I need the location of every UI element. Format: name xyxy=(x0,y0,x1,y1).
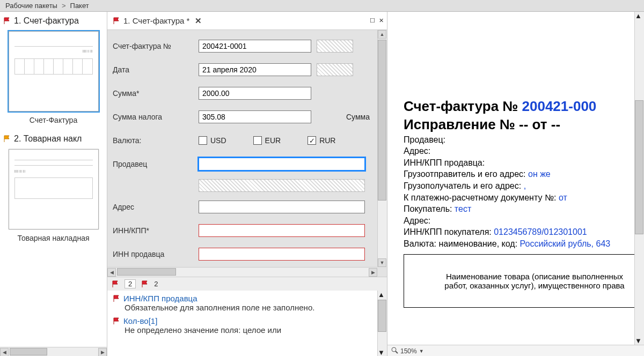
tabbar: 1. Счет-фактура * ✕ ☐ ✕ xyxy=(107,12,387,30)
editor-panel: 1. Счет-фактура * ✕ ☐ ✕ Счет-фактура № Д… xyxy=(107,12,387,356)
preview-line: Грузоотправитель и его адрес: он же xyxy=(404,168,644,180)
region-marker[interactable] xyxy=(317,40,353,53)
sidebar-hscroll[interactable]: ◀ ▶ xyxy=(0,347,107,356)
zoom-dropdown-icon[interactable]: ▼ xyxy=(419,348,424,354)
checkbox-icon xyxy=(199,136,207,145)
breadcrumb-current[interactable]: Пакет xyxy=(70,2,89,10)
tab-title: 1. Счет-фактура * xyxy=(123,16,189,25)
input-sum[interactable] xyxy=(199,87,311,100)
form-hscroll[interactable]: ◀ ▶ xyxy=(107,267,377,277)
preview-line: Адрес: xyxy=(404,215,644,227)
label-date: Дата xyxy=(113,65,199,74)
form-vscroll[interactable]: ▲ ▼ xyxy=(377,30,387,267)
sidebar-item-title: 2. Товарная накл xyxy=(14,134,82,144)
zoom-bar: 150% ▼ xyxy=(387,345,644,356)
input-address[interactable] xyxy=(199,201,365,213)
maximize-icon[interactable]: ☐ xyxy=(369,17,376,25)
preview-heading-label: Счет-фактура № xyxy=(404,98,522,114)
preview-heading-value: 200421-000 xyxy=(522,98,597,114)
label-currency: Валюта: xyxy=(113,136,199,145)
sidebar-item-waybill[interactable]: 2. Товарная накл xyxy=(0,130,107,147)
zoom-value[interactable]: 150% xyxy=(400,347,417,355)
thumbnail-waybill[interactable]: ||||| ||| ||| xyxy=(9,149,99,229)
preview-line: Грузополучатель и его адрес: , xyxy=(404,180,644,192)
breadcrumb-sep: > xyxy=(62,2,66,10)
issues-header: 2 2 xyxy=(107,277,387,291)
issue-desc: Обязательное для заполнения поле не запо… xyxy=(113,303,382,312)
input-tax[interactable] xyxy=(199,110,311,123)
preview-subheading: Исправление № -- от -- xyxy=(404,116,644,134)
scroll-right-icon[interactable]: ▶ xyxy=(369,268,377,277)
preview-line: ИНН/КПП продавца: xyxy=(404,157,644,169)
magnifier-icon[interactable] xyxy=(391,346,398,355)
flag-icon xyxy=(141,280,149,288)
issue-item[interactable]: Кол-во[1] Не определено значение поля: ц… xyxy=(107,315,387,338)
preview-vscroll[interactable]: ▲ ▼ xyxy=(634,12,644,345)
preview-table-header: Наименование товара (описание выполненны… xyxy=(404,254,644,308)
input-invoice-no[interactable] xyxy=(199,40,311,53)
flag-icon xyxy=(3,17,11,25)
preview-line: Валюта: наименование, код: Российский ру… xyxy=(404,238,644,250)
scroll-thumb[interactable] xyxy=(378,40,386,201)
issue-desc: Не определено значение поля: целое или xyxy=(113,325,382,335)
thumbnail-caption: Товарная накладная xyxy=(0,232,107,248)
preview-viewport[interactable]: Счет-фактура № 200421-000 Исправление № … xyxy=(387,12,644,345)
scroll-thumb[interactable] xyxy=(378,300,386,332)
scroll-thumb[interactable] xyxy=(635,100,643,234)
scroll-down-icon[interactable]: ▼ xyxy=(378,348,387,356)
svg-point-0 xyxy=(392,347,396,352)
scroll-thumb[interactable] xyxy=(117,268,176,276)
scroll-up-icon[interactable]: ▲ xyxy=(378,30,386,39)
scroll-up-icon[interactable]: ▲ xyxy=(378,291,387,299)
sidebar-item-invoice[interactable]: 1. Счет-фактура xyxy=(0,12,107,29)
close-window-icon[interactable]: ✕ xyxy=(377,17,385,25)
close-icon[interactable]: ✕ xyxy=(193,16,204,26)
label-inn-seller: ИНН продавца xyxy=(113,250,199,258)
checkbox-rur[interactable]: RUR xyxy=(308,136,335,145)
region-marker[interactable] xyxy=(199,179,365,192)
label-seller: Продавец xyxy=(113,160,199,168)
region-marker[interactable] xyxy=(317,63,353,76)
preview-panel: Счет-фактура № 200421-000 Исправление № … xyxy=(387,12,644,356)
flag-icon xyxy=(3,135,11,143)
thumbnail-caption: Счет-Фактура xyxy=(0,114,107,130)
scroll-left-icon[interactable]: ◀ xyxy=(107,268,116,277)
flag-icon xyxy=(112,280,119,288)
preview-line: Адрес: xyxy=(404,145,644,157)
flag-icon xyxy=(113,317,120,325)
preview-line: Продавец: xyxy=(404,134,644,146)
sidebar: 1. Счет-фактура ||||| || ||| Счет-Фактур… xyxy=(0,12,107,356)
preview-line: ИНН/КПП покупателя: 0123456789/012301001 xyxy=(404,226,644,238)
tab-invoice[interactable]: 1. Счет-фактура * ✕ xyxy=(107,13,209,29)
input-inn-seller[interactable] xyxy=(199,248,365,261)
breadcrumb: Рабочие пакеты > Пакет xyxy=(0,0,644,12)
label-invoice-no: Счет-фактура № xyxy=(113,42,199,50)
scroll-thumb[interactable] xyxy=(10,348,47,355)
scroll-down-icon[interactable]: ▼ xyxy=(635,337,644,345)
checkbox-icon xyxy=(308,136,316,145)
checkbox-usd[interactable]: USD xyxy=(199,136,226,145)
label-innkpp: ИНН/КПП* xyxy=(113,226,199,235)
thumbnail-invoice[interactable]: ||||| || ||| xyxy=(9,31,99,112)
issues-count-red[interactable]: 2 xyxy=(125,279,136,288)
scroll-left-icon[interactable]: ◀ xyxy=(0,348,9,357)
flag-icon xyxy=(113,295,120,302)
checkbox-eur[interactable]: EUR xyxy=(253,136,281,145)
scroll-right-icon[interactable]: ▶ xyxy=(98,348,107,357)
label-address: Адрес xyxy=(113,203,199,211)
sidebar-item-title: 1. Счет-фактура xyxy=(14,16,79,26)
checkbox-icon xyxy=(253,136,262,145)
scroll-up-icon[interactable]: ▲ xyxy=(635,12,644,20)
issues-vscroll[interactable]: ▲ ▼ xyxy=(377,291,387,356)
svg-line-1 xyxy=(396,351,398,353)
input-date[interactable] xyxy=(199,63,311,76)
issue-item[interactable]: ИНН/КПП продавца Обязательное для заполн… xyxy=(107,293,387,315)
scroll-down-icon[interactable]: ▼ xyxy=(378,258,386,267)
input-innkpp[interactable] xyxy=(199,224,365,237)
input-seller[interactable] xyxy=(199,158,365,170)
breadcrumb-root[interactable]: Рабочие пакеты xyxy=(5,2,57,10)
issues-list: ИНН/КПП продавца Обязательное для заполн… xyxy=(107,291,387,356)
preview-line: Покупатель: тест xyxy=(404,203,644,215)
form-area: Счет-фактура № Дата Сумма* Сумма налога xyxy=(107,30,387,277)
flag-icon xyxy=(113,17,120,25)
